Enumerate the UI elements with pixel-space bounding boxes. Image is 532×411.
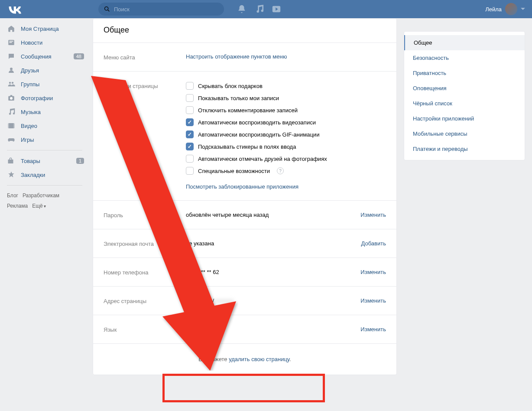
page-title: Общее [93,19,396,43]
footer-more[interactable]: Ещё [32,203,46,209]
row-action-link[interactable]: Изменить [360,212,386,218]
notifications-icon[interactable] [237,4,247,14]
video-play-icon[interactable] [272,4,281,14]
blocked-apps-link[interactable]: Посмотреть заблокированные приложения [186,183,386,190]
settings-tab[interactable]: Безопасность [404,50,525,65]
row-label: Настройки страницы [104,82,186,190]
avatar [505,3,517,15]
market-icon [7,157,16,165]
checkbox[interactable] [186,94,194,102]
row-value: hxxxx.com/xxxxxxx [186,297,360,304]
top-header: Лейла [0,0,532,18]
sidebar-item-msg[interactable]: Сообщения48 [0,49,89,63]
footer-link[interactable]: Разработчикам [23,192,59,199]
groups-icon [7,80,16,88]
chevron-down-icon [521,7,525,11]
header-icons [237,4,281,14]
footer-link[interactable]: Реклама [7,203,28,209]
svg-point-0 [105,7,108,10]
photos-icon [7,94,16,102]
checkbox-label: Отключить комментирование записей [198,107,298,114]
sidebar-item-label: Закладки [21,172,84,178]
checkbox-row[interactable]: Отключить комментирование записей [186,106,386,114]
sidebar-item-video[interactable]: Видео [0,119,89,133]
info-row: Парольобновлён четыре месяца назадИзмени… [93,201,396,229]
checkbox-label: Показывать только мои записи [198,95,279,101]
sidebar-item-label: Группы [21,81,84,88]
footer-link[interactable]: Блог [7,192,18,199]
sidebar-item-home[interactable]: Моя Страница [0,22,89,36]
svg-point-9 [12,82,14,84]
search-input[interactable] [98,3,224,16]
svg-rect-15 [13,123,14,128]
video-icon [7,121,16,130]
checkbox-row[interactable]: Автоматически отмечать друзей на фотогра… [186,155,386,163]
sidebar-item-news[interactable]: Новости [0,36,89,49]
sidebar-item-label: Сообщения [21,53,74,60]
settings-tab[interactable]: Мобильные сервисы [404,126,525,141]
sidebar-item-photos[interactable]: Фотографии [0,91,89,105]
row-action-link[interactable]: Изменить [360,297,386,304]
checkbox-label: Специальные возможности [198,168,270,174]
sidebar-item-label: Друзья [21,67,84,74]
checkbox-row[interactable]: Автоматически воспроизводить GIF-анимаци… [186,130,386,138]
checkbox-label: Автоматически отмечать друзей на фотогра… [198,156,327,162]
checkbox[interactable] [186,106,194,114]
configure-menu-link[interactable]: Настроить отображение пунктов меню [186,53,287,61]
checkbox-row[interactable]: Специальные возможности? [186,167,386,175]
msg-icon [7,52,16,61]
row-label: Номер телефона [104,268,186,276]
info-row: Электронная почтане указанаДобавить [93,229,396,258]
row-label: Адрес страницы [104,297,186,304]
info-row: Номер телефона7 *** *** ** 62Изменить [93,258,396,287]
vk-logo-icon[interactable] [7,4,23,14]
checkbox-label: Подсказывать стикеры в полях ввода [198,144,296,150]
checkbox[interactable] [186,155,194,163]
svg-rect-5 [10,41,13,42]
checkbox-label: Автоматически воспроизводить видеозаписи [198,119,316,126]
delete-account-link[interactable]: удалить свою страницу [229,356,289,362]
sidebar-item-label: Фотографии [21,95,84,101]
checkbox[interactable] [186,82,194,90]
delete-suffix: . [289,356,291,362]
checkbox[interactable] [186,167,194,175]
settings-tab[interactable]: Оповещения [404,81,525,96]
row-action-link[interactable]: Изменить [360,326,386,333]
sidebar-item-games[interactable]: Игры [0,133,89,147]
checkbox-label: Автоматически воспроизводить GIF-анимаци… [198,131,319,138]
sidebar-item-label: Музыка [21,109,84,115]
settings-tab[interactable]: Настройки приложений [404,111,525,126]
checkbox-row[interactable]: Автоматически воспроизводить видеозаписи [186,118,386,126]
settings-tab[interactable]: Платежи и переводы [404,141,525,157]
games-icon [7,135,16,144]
user-menu[interactable]: Лейла [485,3,525,15]
checkbox[interactable] [186,143,194,150]
row-label: Пароль [104,211,186,219]
sidebar-item-bookmarks[interactable]: Закладки [0,168,89,182]
home-icon [7,24,16,33]
row-label: Электронная почта [104,240,186,247]
svg-rect-12 [10,95,13,96]
help-icon[interactable]: ? [277,167,284,174]
settings-tab[interactable]: Чёрный список [404,96,525,111]
settings-tab[interactable]: Общее [404,35,525,50]
delete-account-section: Вы можете удалить свою страницу. [93,344,396,375]
row-label: Язык [104,326,186,333]
music-icon[interactable] [254,4,264,14]
sidebar-item-music[interactable]: Музыка [0,105,89,119]
checkbox-row[interactable]: Скрывать блок подарков [186,82,386,90]
svg-line-1 [108,10,109,11]
row-action-link[interactable]: Изменить [360,269,386,275]
row-action-link[interactable]: Добавить [361,240,386,247]
checkbox[interactable] [186,130,194,138]
checkbox-row[interactable]: Подсказывать стикеры в полях ввода [186,143,386,150]
checkbox-row[interactable]: Показывать только мои записи [186,94,386,102]
sidebar-footer: Блог Разработчикам Реклама Ещё [0,189,89,212]
sidebar-item-groups[interactable]: Группы [0,77,89,91]
sidebar-separator [7,150,82,150]
info-row: Адрес страницыhxxxx.com/xxxxxxxИзменить [93,287,396,315]
sidebar-item-friends[interactable]: Друзья [0,63,89,77]
settings-tab[interactable]: Приватность [404,65,525,81]
sidebar-item-market[interactable]: Товары1 [0,154,89,168]
checkbox[interactable] [186,118,194,126]
